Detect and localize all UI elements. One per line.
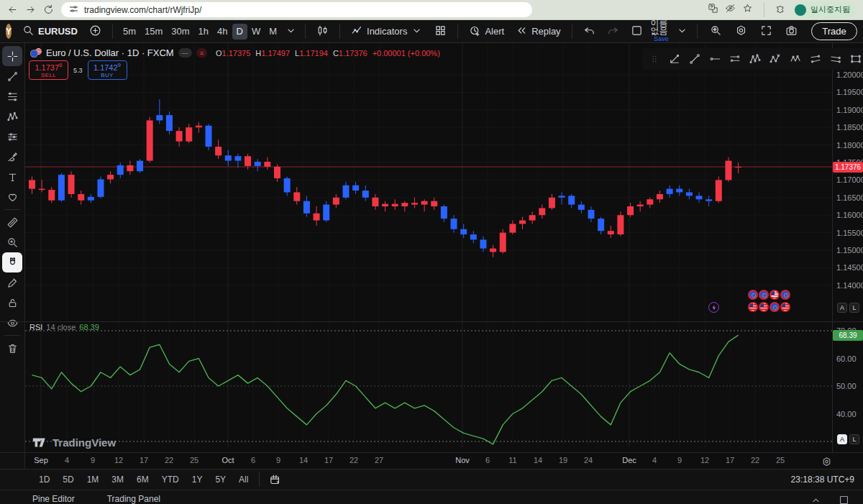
save-link[interactable]: Save xyxy=(654,35,669,43)
chart-style-button[interactable] xyxy=(311,22,334,41)
event-flag-us[interactable] xyxy=(770,290,780,300)
time-axis[interactable]: Sep4912172225Oct6914172227Nov611141924De… xyxy=(25,453,832,469)
snapshot-button[interactable] xyxy=(780,22,803,41)
favorite-tool-rotated-rectangle[interactable] xyxy=(846,50,863,68)
layout-menu-button[interactable] xyxy=(675,22,690,41)
favorite-tool-flat-channel[interactable] xyxy=(826,50,845,68)
symbol-title[interactable]: Euro / U.S. Dollar · 1D · FXCM xyxy=(46,47,174,58)
alert-button[interactable]: Alert xyxy=(464,22,509,41)
range-5Y[interactable]: 5Y xyxy=(209,475,232,485)
tool-emoji[interactable] xyxy=(2,187,22,207)
tool-crosshair[interactable] xyxy=(2,46,22,66)
timeframe-5m[interactable]: 5m xyxy=(119,24,140,40)
event-flag-us[interactable] xyxy=(759,302,769,312)
trade-button[interactable]: Trade xyxy=(811,22,857,40)
browser-refresh-button[interactable] xyxy=(43,4,54,15)
event-flag-eu[interactable] xyxy=(780,290,790,300)
event-flag-us[interactable] xyxy=(748,302,758,312)
pane-separator[interactable] xyxy=(0,321,863,322)
clock[interactable]: 23:18:38 UTC+9 xyxy=(791,475,854,485)
timeframe-M[interactable]: M xyxy=(265,24,281,40)
replay-button[interactable]: Replay xyxy=(511,22,565,41)
site-controls-icon[interactable] xyxy=(68,4,79,17)
indicator-templates-button[interactable] xyxy=(429,22,452,41)
favorite-tool-disjoint-channel[interactable] xyxy=(806,50,825,68)
extensions-puzzle-icon[interactable] xyxy=(775,3,786,17)
bookmark-star-icon[interactable] xyxy=(742,3,753,17)
maximize-panel-icon[interactable] xyxy=(838,494,850,504)
favorite-tool-drag-handle[interactable] xyxy=(645,50,664,68)
tab-trading-panel[interactable]: Trading Panel xyxy=(107,494,160,504)
rsi-legend[interactable]: RSI 14 close 68.39 xyxy=(29,323,99,331)
axis-button-L[interactable]: L xyxy=(849,303,859,313)
go-to-date-button[interactable] xyxy=(264,470,286,489)
event-flag-eu[interactable] xyxy=(748,290,758,300)
chart-legend[interactable]: Euro / U.S. Dollar · 1D · FXCM — ≡ O1.17… xyxy=(30,47,440,58)
undo-button[interactable] xyxy=(578,22,601,41)
quick-search-button[interactable] xyxy=(705,22,727,41)
range-1M[interactable]: 1M xyxy=(81,475,106,485)
favorite-tool-pattern-ac[interactable] xyxy=(786,50,805,68)
range-All[interactable]: All xyxy=(232,475,255,485)
fullscreen-button[interactable] xyxy=(755,22,777,41)
chart-settings-button[interactable] xyxy=(730,22,752,41)
timeframe-30m[interactable]: 30m xyxy=(167,24,193,40)
tool-forecast[interactable] xyxy=(2,127,22,147)
tool-ruler[interactable] xyxy=(2,212,22,232)
browser-back-button[interactable] xyxy=(7,4,18,15)
rsi-chart[interactable] xyxy=(25,321,832,452)
range-5D[interactable]: 5D xyxy=(56,475,80,485)
earnings-lightning-icon[interactable] xyxy=(708,302,719,313)
indicators-button[interactable]: Indicators xyxy=(346,22,428,41)
user-avatar[interactable]: Y xyxy=(6,24,12,39)
event-flag-eu[interactable] xyxy=(759,290,769,300)
timeframe-W[interactable]: W xyxy=(247,24,265,40)
buy-button[interactable]: 1.17429 BUY xyxy=(88,60,127,80)
price-chart[interactable] xyxy=(25,43,832,321)
sell-button[interactable]: 1.17376 SELL xyxy=(29,60,68,80)
range-1D[interactable]: 1D xyxy=(32,475,56,485)
address-bar[interactable]: tradingview.com/chart/rWjfriJp/ xyxy=(61,2,532,17)
range-3M[interactable]: 3M xyxy=(105,475,130,485)
browser-profile-badge[interactable]: 일시중지됨 xyxy=(793,2,856,18)
symbol-search-button[interactable]: EURUSD xyxy=(17,22,83,41)
expand-panel-chevron-icon[interactable] xyxy=(810,494,822,504)
tool-zoom-in[interactable] xyxy=(2,232,22,252)
timeframe-D[interactable]: D xyxy=(232,24,247,40)
redo-button[interactable] xyxy=(602,22,624,41)
translate-icon[interactable] xyxy=(708,3,718,17)
layout-select-button[interactable] xyxy=(626,22,648,41)
hide-indicator-button[interactable]: — xyxy=(178,48,192,58)
tool-pencil-lock[interactable] xyxy=(2,272,22,293)
tool-magnet[interactable] xyxy=(2,252,22,272)
tool-fib-retracement[interactable] xyxy=(2,86,22,106)
event-flag-eu[interactable] xyxy=(770,302,780,312)
range-1Y[interactable]: 1Y xyxy=(186,475,209,485)
tool-trend-line[interactable] xyxy=(2,66,22,86)
tool-xabcd-pattern[interactable] xyxy=(2,106,22,127)
tradingview-logo[interactable]: TradingView xyxy=(32,434,116,450)
tool-text[interactable] xyxy=(2,167,22,187)
tool-lock[interactable] xyxy=(2,293,22,313)
browser-forward-button[interactable] xyxy=(25,4,36,15)
timeframe-1h[interactable]: 1h xyxy=(194,24,213,40)
timeframe-4h[interactable]: 4h xyxy=(213,24,232,40)
favorite-tool-trend-line[interactable] xyxy=(685,50,704,68)
tool-trash[interactable] xyxy=(2,338,22,358)
favorite-tool-horizontal-ray[interactable] xyxy=(706,50,724,68)
compare-add-button[interactable] xyxy=(84,22,106,41)
axis-button-L[interactable]: L xyxy=(849,434,859,444)
range-YTD[interactable]: YTD xyxy=(155,475,186,485)
source-settings-button[interactable]: ≡ xyxy=(196,48,207,58)
timeframe-15m[interactable]: 15m xyxy=(140,24,167,40)
tab-pine-editor[interactable]: Pine Editor xyxy=(32,494,75,504)
event-flag-us[interactable] xyxy=(780,302,790,312)
favorite-tool-trend-angle[interactable] xyxy=(665,50,684,68)
layout-name[interactable]: 이름없음 Save xyxy=(651,19,672,43)
tool-eye[interactable] xyxy=(2,313,22,333)
eye-off-icon[interactable] xyxy=(725,3,736,17)
range-6M[interactable]: 6M xyxy=(130,475,155,485)
favorite-tool-abcd-pattern[interactable] xyxy=(766,50,785,68)
timeframe-menu-button[interactable] xyxy=(283,22,299,41)
tool-brush[interactable] xyxy=(2,147,22,167)
